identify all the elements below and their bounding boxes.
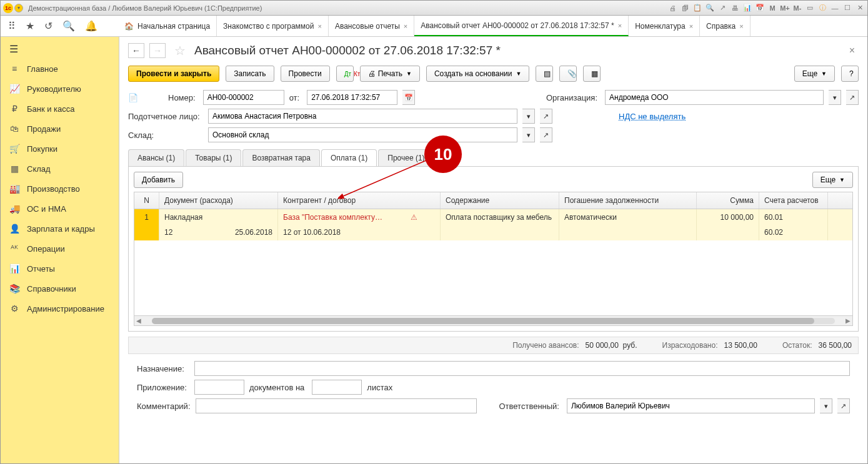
tool-icon[interactable]: 🖶 (730, 3, 740, 13)
doc-tab-tare[interactable]: Возвратная тара (242, 149, 320, 166)
sidebar-item-assets[interactable]: 🚚ОС и НМА (1, 199, 119, 219)
number-input[interactable] (203, 90, 284, 105)
list-button[interactable]: ▦ (583, 66, 601, 82)
table-row[interactable]: 1225.06.2018 12 от 10.06.2018 60.02 (134, 225, 852, 240)
sidebar-item-manager[interactable]: 📈Руководителю (1, 79, 119, 99)
close-icon[interactable]: ✕ (855, 3, 865, 13)
sidebar-item-bank[interactable]: ₽Банк и касса (1, 99, 119, 119)
star-icon[interactable]: ★ (26, 20, 34, 32)
col-account[interactable]: Счета расчетов (759, 192, 828, 209)
dropdown-icon[interactable]: ▾ (522, 109, 535, 124)
close-icon[interactable]: × (404, 22, 407, 30)
dt-kt-button[interactable]: ДтКт (336, 66, 354, 82)
comment-input[interactable] (196, 398, 477, 413)
sidebar-item-main[interactable]: ≡Главное (1, 59, 119, 79)
table-more-button[interactable]: Еще▼ (812, 172, 853, 188)
col-content[interactable]: Содержание (441, 192, 559, 209)
m-minus-button[interactable]: M- (792, 3, 802, 13)
horizontal-scrollbar[interactable]: ◀ ▶ (134, 315, 852, 325)
dropdown-icon[interactable]: ▾ (820, 398, 832, 413)
col-contractor[interactable]: Контрагент / договор (278, 192, 441, 209)
person-input[interactable] (208, 109, 517, 124)
col-sum[interactable]: Сумма (697, 192, 759, 209)
related-button[interactable]: ▤ (536, 66, 553, 82)
tool-icon[interactable]: 🗐 (680, 3, 690, 13)
tool-icon[interactable]: 🔍 (705, 3, 715, 13)
write-button[interactable]: Записать (226, 66, 274, 82)
search-icon[interactable]: 🔍 (62, 20, 75, 32)
sidebar-item-sales[interactable]: 🛍Продажи (1, 119, 119, 139)
close-icon[interactable]: × (689, 22, 693, 30)
calendar-icon[interactable]: 📅 (402, 90, 415, 105)
col-debt[interactable]: Погашение задолженности (559, 192, 697, 209)
tool-icon[interactable]: ↗ (717, 3, 727, 13)
sheets-input[interactable] (312, 380, 362, 395)
vat-link[interactable]: НДС не выделять (619, 112, 686, 121)
tab-item[interactable]: Знакомство с программой× (217, 16, 329, 36)
doc-tab-payment[interactable]: Оплата (1) (321, 149, 377, 166)
purpose-input[interactable] (194, 361, 850, 376)
apps-icon[interactable]: ⠿ (8, 20, 16, 32)
bell-icon[interactable]: 🔔 (85, 20, 97, 32)
menu-icon[interactable]: ☰ (1, 37, 119, 59)
info-icon[interactable]: ⓘ (817, 3, 827, 13)
open-icon[interactable]: ↗ (540, 127, 552, 142)
tool-icon[interactable]: 🖨 (667, 3, 677, 13)
tab-item[interactable]: Номенклатура× (629, 16, 700, 36)
create-based-button[interactable]: Создать на основании▼ (426, 66, 529, 82)
tab-home[interactable]: 🏠Начальная страница (119, 16, 217, 36)
tab-item[interactable]: Справка× (700, 16, 751, 36)
close-icon[interactable]: × (739, 22, 743, 30)
history-icon[interactable]: ↺ (44, 20, 52, 32)
back-button[interactable]: ← (128, 43, 144, 58)
scroll-left-icon[interactable]: ◀ (134, 317, 143, 324)
date-input[interactable] (307, 90, 397, 105)
more-button[interactable]: Еще▼ (794, 66, 835, 82)
sidebar-item-purchases[interactable]: 🛒Покупки (1, 139, 119, 159)
favorite-icon[interactable]: ☆ (174, 43, 186, 58)
responsible-input[interactable] (567, 398, 815, 413)
calendar-icon[interactable]: 📅 (755, 3, 765, 13)
add-button[interactable]: Добавить (134, 172, 183, 188)
sidebar-item-operations[interactable]: ᴬᴷОперации (1, 239, 119, 259)
dropdown-icon[interactable]: ▾ (522, 127, 535, 142)
dropdown-icon[interactable]: ▾ (829, 90, 841, 105)
doc-tab-goods[interactable]: Товары (1) (186, 149, 241, 166)
window-icon[interactable]: ▭ (805, 3, 815, 13)
minimize-icon[interactable]: — (830, 3, 840, 13)
col-doc[interactable]: Документ (расхода) (159, 192, 278, 209)
close-icon[interactable]: × (618, 22, 622, 29)
dropdown-icon[interactable]: ▾ (14, 4, 23, 12)
sidebar-item-admin[interactable]: ⚙Администрирование (1, 299, 119, 318)
m-plus-button[interactable]: M+ (780, 3, 790, 13)
m-button[interactable]: M (767, 3, 777, 13)
open-icon[interactable]: ↗ (540, 109, 552, 124)
tab-item-active[interactable]: Авансовый отчет АН00-000002 от 27.06.201… (414, 16, 629, 36)
sidebar-item-salary[interactable]: 👤Зарплата и кадры (1, 219, 119, 239)
tool-icon[interactable]: 📋 (692, 3, 702, 13)
post-close-button[interactable]: Провести и закрыть (128, 66, 219, 82)
sidebar-item-production[interactable]: 🏭Производство (1, 179, 119, 199)
post-button[interactable]: Провести (281, 66, 330, 82)
org-input[interactable] (605, 90, 824, 105)
close-icon[interactable]: × (846, 45, 859, 56)
sidebar-item-warehouse[interactable]: ▦Склад (1, 159, 119, 179)
sidebar-item-reports[interactable]: 📊Отчеты (1, 259, 119, 279)
table-row[interactable]: 1 Накладная База "Поставка комплекту… Оп… (134, 209, 852, 225)
maximize-icon[interactable]: ☐ (842, 3, 852, 13)
doc-tab-advances[interactable]: Авансы (1) (128, 149, 184, 166)
close-icon[interactable]: × (318, 22, 322, 30)
open-icon[interactable]: ↗ (837, 398, 850, 413)
print-button[interactable]: 🖨Печать▼ (360, 66, 420, 82)
tab-item[interactable]: Авансовые отчеты× (329, 16, 414, 36)
col-n[interactable]: N (134, 192, 159, 209)
tool-icon[interactable]: 📊 (742, 3, 752, 13)
sidebar-item-ref[interactable]: 📚Справочники (1, 279, 119, 299)
attach-button[interactable]: 📎 (559, 66, 577, 82)
help-button[interactable]: ? (841, 66, 859, 82)
open-icon[interactable]: ↗ (846, 90, 859, 105)
warehouse-input[interactable] (208, 127, 517, 142)
scroll-right-icon[interactable]: ▶ (844, 317, 852, 324)
forward-button[interactable]: → (149, 43, 166, 58)
docs-count-input[interactable] (194, 380, 244, 395)
